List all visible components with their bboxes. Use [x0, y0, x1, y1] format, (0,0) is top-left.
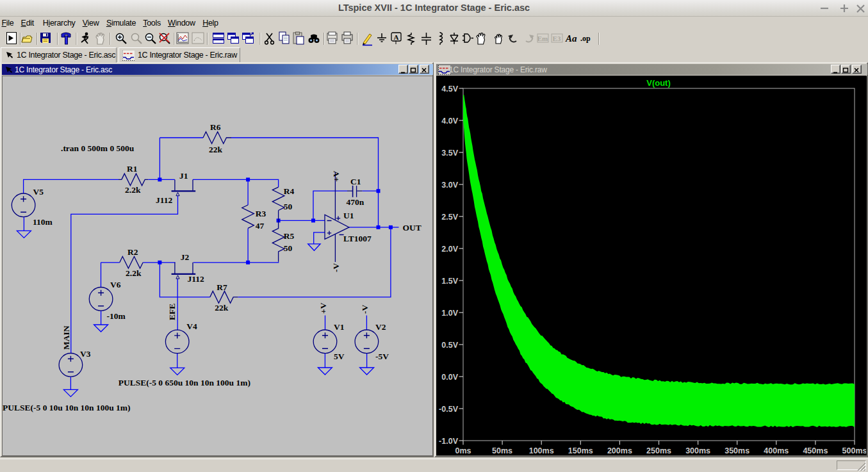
svg-text:470n: 470n: [346, 197, 364, 207]
svg-text:450ms: 450ms: [803, 446, 828, 455]
svg-text:PULSE(-5 0 10u 10n 10n 100u 1m: PULSE(-5 0 10u 10n 10n 100u 1m): [3, 403, 131, 412]
svg-text:EFE: EFE: [167, 304, 177, 320]
svg-text:J1: J1: [179, 171, 188, 181]
svg-text:.tran 0 500m 0 500u: .tran 0 500m 0 500u: [61, 143, 135, 153]
svg-text:50: 50: [284, 202, 293, 211]
svg-text:Em: Em: [537, 35, 548, 42]
svg-text:Aa: Aa: [565, 33, 577, 44]
svg-text:V3: V3: [80, 349, 91, 359]
svg-text:2.2k: 2.2k: [126, 268, 142, 278]
svg-text:+V: +V: [318, 302, 328, 314]
svg-text:U1: U1: [343, 211, 354, 220]
svg-text:200ms: 200ms: [607, 446, 632, 455]
svg-text:LT1007: LT1007: [343, 234, 372, 243]
svg-text:E3: E3: [553, 35, 561, 42]
svg-text:-1.0V: -1.0V: [439, 437, 459, 446]
svg-text:J112: J112: [156, 195, 173, 205]
svg-text:+V: +V: [331, 170, 341, 182]
svg-text:V4: V4: [186, 321, 197, 331]
svg-text:R1: R1: [127, 164, 138, 174]
svg-text:-5V: -5V: [375, 352, 389, 361]
svg-text:300ms: 300ms: [685, 446, 710, 455]
svg-text:J112: J112: [188, 274, 205, 284]
svg-text:100ms: 100ms: [529, 446, 554, 455]
svg-text:4.0V: 4.0V: [441, 117, 458, 126]
svg-text:47: 47: [256, 221, 265, 231]
svg-text:R5: R5: [284, 231, 295, 241]
svg-text:-0.5V: -0.5V: [439, 405, 459, 414]
svg-text:V(out): V(out): [646, 78, 671, 88]
svg-text:R6: R6: [210, 122, 221, 132]
svg-text:J2: J2: [181, 252, 190, 262]
svg-text:-10m: -10m: [106, 311, 126, 321]
svg-text:OUT: OUT: [402, 223, 421, 232]
svg-text:3.5V: 3.5V: [441, 149, 458, 158]
svg-text:5V: 5V: [334, 352, 345, 361]
svg-text:500ms: 500ms: [842, 446, 866, 455]
svg-text:22k: 22k: [209, 145, 223, 154]
svg-text:4.5V: 4.5V: [441, 85, 458, 94]
svg-text:-V: -V: [360, 305, 370, 314]
svg-text:2.2k: 2.2k: [125, 185, 141, 195]
svg-text:0.5V: 0.5V: [441, 341, 458, 350]
svg-text:C1: C1: [350, 177, 361, 186]
svg-text:-V: -V: [331, 263, 341, 272]
svg-text:0ms: 0ms: [455, 446, 471, 455]
svg-text:0.0V: 0.0V: [441, 373, 458, 382]
svg-text:350ms: 350ms: [725, 446, 749, 455]
svg-text:V2: V2: [375, 322, 386, 332]
svg-text:V1: V1: [334, 322, 345, 332]
svg-text:PULSE(-5 0 650u 10n 10n 100u 1: PULSE(-5 0 650u 10n 10n 100u 1m): [119, 378, 250, 387]
svg-text:150ms: 150ms: [568, 446, 593, 455]
svg-text:50: 50: [284, 243, 293, 253]
svg-text:.op: .op: [580, 34, 591, 43]
svg-text:22k: 22k: [215, 303, 229, 313]
svg-text:R7: R7: [217, 282, 227, 292]
svg-text:R2: R2: [127, 247, 138, 257]
svg-text:1.0V: 1.0V: [441, 309, 458, 318]
svg-text:1.5V: 1.5V: [441, 277, 458, 286]
svg-text:400ms: 400ms: [764, 446, 789, 455]
svg-text:2.0V: 2.0V: [441, 245, 458, 254]
svg-text:110m: 110m: [33, 217, 53, 227]
svg-text:MAIN: MAIN: [61, 325, 71, 350]
svg-text:V6: V6: [110, 280, 121, 289]
svg-text:2.5V: 2.5V: [441, 213, 458, 222]
svg-text:V5: V5: [33, 187, 44, 197]
svg-text:250ms: 250ms: [646, 446, 671, 455]
svg-text:R4: R4: [284, 186, 295, 196]
svg-text:3.0V: 3.0V: [441, 181, 458, 190]
svg-text:50ms: 50ms: [492, 446, 512, 455]
svg-text:A: A: [394, 33, 399, 41]
svg-text:R3: R3: [256, 209, 266, 218]
